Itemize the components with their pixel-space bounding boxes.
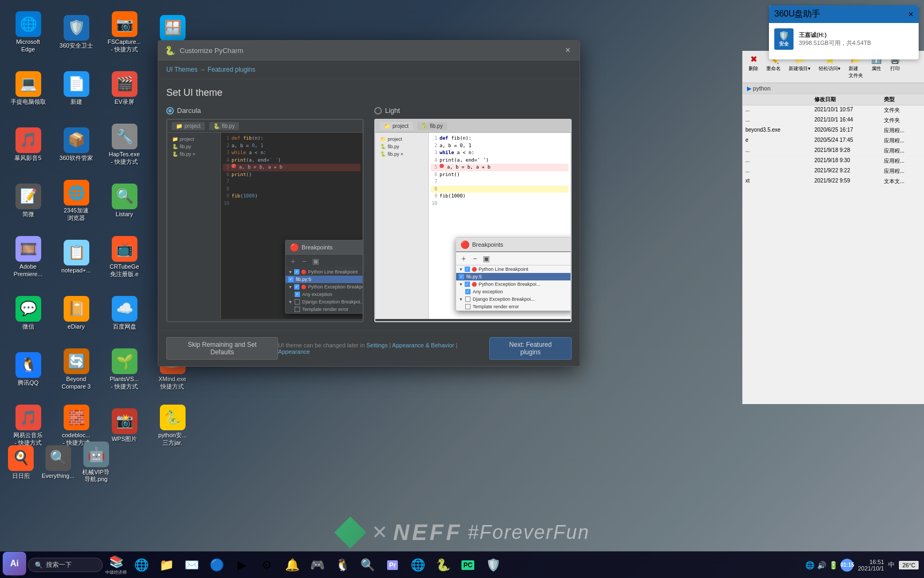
bp-check-anyexc-light[interactable]	[465, 289, 471, 294]
bp-item-anyexc-dark[interactable]: Any exception	[286, 291, 363, 298]
bp-item-template-dark[interactable]: Template render error	[286, 306, 363, 313]
bp-item-template-light[interactable]: Template render error	[456, 303, 571, 310]
desktop-icon-crtube[interactable]: 📺 CRTubeGe免注册版.e	[102, 230, 147, 284]
taskbar-settings-task[interactable]: ⚙	[255, 553, 279, 577]
disk-widget-close[interactable]: ×	[908, 10, 913, 19]
taskbar-files[interactable]: 📁	[155, 553, 178, 577]
bp-add-btn-light[interactable]: +	[459, 254, 468, 263]
bp-check-django-light[interactable]	[465, 296, 471, 302]
bp-check-exception-light[interactable]	[465, 282, 470, 287]
bp-remove-btn-dark[interactable]: −	[299, 256, 309, 266]
taskbar-jijing[interactable]: 📚 中级经济师	[104, 553, 128, 577]
python-taskbar-icon: 🐍	[436, 558, 450, 572]
desktop-icon-fscapture[interactable]: 📷 FSCapture...- 快捷方式	[102, 5, 147, 59]
taskbar-weather[interactable]: 26°C	[899, 561, 919, 569]
taskbar-chrome-task[interactable]: 🔵	[205, 553, 228, 577]
bp-options-btn-dark[interactable]: ▣	[311, 256, 320, 266]
desktop-icon-notepad[interactable]: 📋 notepad+...	[53, 230, 99, 284]
skip-button[interactable]: Skip Remaining and Set Defaults	[166, 337, 278, 360]
appearance-behavior-link[interactable]: Appearance & Behavior	[392, 342, 454, 348]
notification-badge[interactable]: 01:15	[841, 559, 853, 572]
next-button[interactable]: Next: Featured plugins	[489, 337, 572, 360]
desktop-icon-adobe[interactable]: 🎞️ AdobePremiere...	[5, 230, 51, 284]
bp-check-fibpy5-dark[interactable]	[288, 277, 294, 282]
theme-radio-darcula[interactable]: Darcula	[166, 107, 364, 115]
desktop-icon-label-beyondcompare: BeyondCompare 3	[61, 376, 90, 390]
desktop-icon-plants[interactable]: 🌱 PlantsVS...- 快捷方式	[102, 343, 147, 396]
taskbar-360-task[interactable]: 🛡️	[481, 553, 505, 577]
desktop-icon-ev[interactable]: 🎬 EV录屏	[102, 62, 147, 115]
panel-file-row-5[interactable]: ... 2021/9/18 9:28 应用程...	[743, 146, 924, 156]
desktop-icon-360soft[interactable]: 📦 360软件管家	[53, 118, 99, 171]
bp-check-line-light[interactable]	[465, 267, 470, 272]
bp-add-btn-dark[interactable]: +	[288, 256, 298, 266]
desktop-icon-jixie[interactable]: 🤖 机械VIP导导航.png	[80, 439, 112, 485]
desktop-icon-label-fscapture: FSCapture...- 快捷方式	[107, 39, 141, 52]
taskbar-python-task[interactable]: 🐍	[431, 553, 455, 577]
taskbar-search-box[interactable]: 🔍 搜索一下	[28, 558, 103, 572]
bp-remove-btn-light[interactable]: −	[470, 254, 480, 263]
dialog-close-button[interactable]: ×	[563, 45, 573, 56]
panel-btn-delete[interactable]: ✖ 删除	[745, 52, 761, 81]
panel-file-row-4[interactable]: e 2020/5/24 17:45 应用程...	[743, 136, 924, 146]
sys-icon-network[interactable]: 🌐	[805, 561, 814, 569]
desktop-icon-360safe[interactable]: 🛡️ 360安全卫士	[53, 5, 99, 59]
desktop-icon-xinjian[interactable]: 📄 新建	[53, 62, 99, 115]
sys-icon-battery[interactable]: 🔋	[829, 561, 838, 569]
bp-item-fibpy5-light[interactable]: fib.py:5	[456, 273, 571, 280]
panel-file-row-2[interactable]: ... 2021/10/1 16:44 文件夹	[743, 116, 924, 126]
desktop-icon-jianwei[interactable]: 📝 简微	[5, 174, 51, 227]
taskbar-pr-task[interactable]: Pr	[381, 553, 404, 577]
bp-check-anyexc-dark[interactable]	[295, 292, 300, 297]
breadcrumb-themes[interactable]: UI Themes	[166, 66, 197, 73]
breadcrumb-plugins[interactable]: Featured plugins	[207, 66, 255, 73]
ai-button[interactable]: Ai	[3, 552, 26, 575]
panel-file-row-1[interactable]: ... 2021/10/1 10:57 文件夹	[743, 105, 924, 116]
desktop-icon-edge[interactable]: 🌐 MicrosoftEdge	[5, 5, 51, 59]
bp-item-fibpy5-dark[interactable]: fib.py:5	[286, 276, 363, 283]
desktop-icon-baidu[interactable]: ☁️ 百度网盘	[102, 286, 147, 340]
disk-widget-title: 360U盘助手	[774, 9, 820, 20]
taskbar-ie[interactable]: 🌐	[129, 553, 153, 577]
taskbar-game-task[interactable]: 🎮	[305, 553, 329, 577]
bp-item-anyexc-light[interactable]: Any exception	[456, 288, 571, 295]
taskbar-bell-task[interactable]: 🔔	[280, 553, 304, 577]
taskbar-browser-task[interactable]: 🌐	[406, 553, 429, 577]
bp-check-template-dark[interactable]	[295, 307, 300, 312]
desktop-icon-browser2345[interactable]: 🌐 2345加速浏览器	[53, 174, 99, 227]
bp-options-btn-light[interactable]: ▣	[481, 254, 491, 263]
taskbar-language[interactable]: 中	[888, 560, 895, 569]
bp-check-line-dark[interactable]	[294, 269, 299, 275]
bp-check-django-dark[interactable]	[295, 299, 300, 305]
taskbar-media-task[interactable]: ▶	[230, 553, 253, 577]
desktop-icon-haptes[interactable]: 🔧 HapTes.exe- 快捷方式	[102, 118, 147, 171]
bp-check-exception-dark[interactable]	[294, 284, 299, 290]
desktop-icon-media[interactable]: 🎵 暴风影音5	[5, 118, 51, 171]
desktop-icon-weixin[interactable]: 💬 微信	[5, 286, 51, 340]
desktop-icon-tejibao[interactable]: 💻 手提电脑领取	[5, 62, 51, 115]
desktop-icon-qq[interactable]: 🐧 腾讯QQ	[5, 343, 51, 396]
desktop-icon-beyondcompare[interactable]: 🔄 BeyondCompare 3	[53, 343, 99, 396]
desktop-icon-riri[interactable]: 🍳 日日煎	[5, 439, 36, 485]
bp-check-fibpy5-light[interactable]	[459, 274, 464, 279]
bp-check-template-light[interactable]	[465, 304, 471, 309]
panel-file-header: 修改日期 类型	[743, 94, 924, 105]
taskbar-qq-task[interactable]: 🐧	[330, 553, 354, 577]
desktop-icon-python[interactable]: 🐍 python安...三方jar.	[150, 399, 195, 452]
panel-file-row-8[interactable]: xt 2021/9/22 9:59 文本文...	[743, 177, 924, 187]
bp-item-django-dark[interactable]: ▼ Django Exception Breakpoi...	[286, 298, 363, 306]
panel-file-row-6[interactable]: ... 2021/9/18 9:30 应用程...	[743, 156, 924, 166]
desktop-icon-everything[interactable]: 🔍 Everything...	[39, 439, 77, 485]
desktop-icon-ediary[interactable]: 📔 eDiary	[53, 286, 99, 340]
panel-file-row-7[interactable]: ... 2021/9/22 9:22 应用程...	[743, 166, 924, 177]
taskbar-search-task[interactable]: 🔍	[356, 553, 379, 577]
taskbar-mail[interactable]: ✉️	[180, 553, 203, 577]
taskbar-pc-task[interactable]: PC	[456, 553, 480, 577]
panel-file-row-3[interactable]: beyond3.5.exe 2020/6/25 16:17 应用程...	[743, 126, 924, 136]
sys-icon-volume[interactable]: 🔊	[817, 561, 826, 569]
settings-link[interactable]: Settings	[366, 342, 388, 348]
bp-item-django-light[interactable]: ▼ Django Exception Breakpoi...	[456, 295, 571, 303]
appearance-link[interactable]: Appearance	[278, 348, 310, 355]
desktop-icon-listary[interactable]: 🔍 Listary	[102, 174, 147, 227]
theme-radio-light[interactable]: Light	[374, 107, 572, 115]
